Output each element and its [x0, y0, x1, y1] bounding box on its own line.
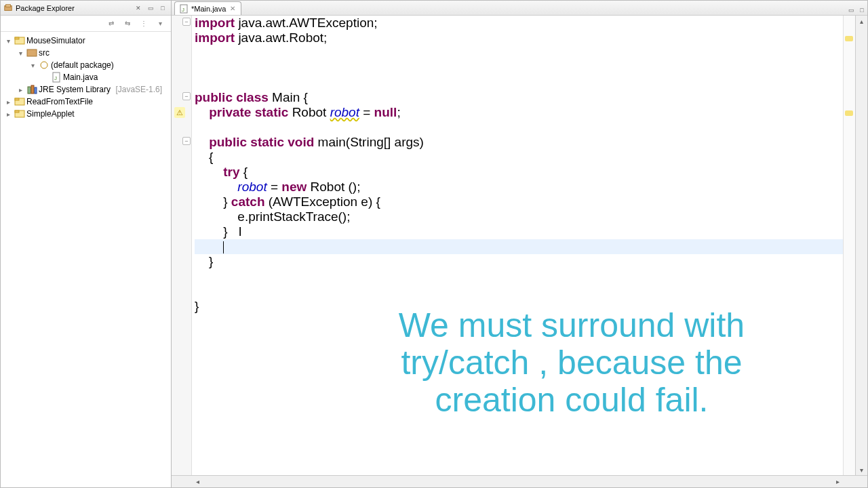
project-readfromtextfile[interactable]: ▸ ReadFromTextFile — [1, 96, 171, 108]
horizontal-scrollbar[interactable]: ◂ ▸ — [172, 475, 867, 487]
editor-body: − − ⚠ − import java.awt.AWTException;imp… — [172, 16, 867, 475]
scroll-up-button[interactable]: ▴ — [856, 16, 867, 26]
project-mousesimulator[interactable]: ▾ MouseSimulator — [1, 35, 171, 47]
jre-library[interactable]: ▸ JRE System Library [JavaSE-1.6] — [13, 83, 171, 96]
svg-rect-10 — [35, 87, 37, 94]
tab-bar: J *Main.java ✕ ▭ □ — [172, 1, 867, 16]
tab-label: *Main.java — [191, 5, 226, 13]
overview-warning-marker[interactable] — [845, 36, 853, 41]
project-label: MouseSimulator — [26, 36, 85, 45]
expand-icon[interactable]: ▸ — [3, 109, 13, 119]
default-package[interactable]: ▾ (default package) — [25, 59, 171, 71]
src-folder-icon — [26, 47, 37, 58]
expand-icon[interactable]: ▸ — [16, 85, 25, 94]
expand-icon[interactable]: ▾ — [28, 60, 37, 70]
fold-marker[interactable]: − — [182, 137, 191, 145]
link-editor-button[interactable]: ⇆ — [121, 17, 134, 30]
project-simpleapplet[interactable]: ▸ SimpleApplet — [1, 108, 171, 120]
file-main-java[interactable]: J Main.java — [37, 71, 171, 83]
project-label: SimpleApplet — [26, 109, 75, 119]
project-icon — [14, 35, 25, 46]
package-explorer-panel: Package Explorer ✕ ▭ □ ⇄ ⇆ ⋮ ▾ ▾ MouseSi… — [0, 0, 172, 488]
file-label: Main.java — [63, 73, 98, 82]
pkg-label: (default package) — [51, 60, 114, 70]
svg-rect-9 — [31, 85, 34, 94]
explorer-toolbar: ⇄ ⇆ ⋮ ▾ — [1, 16, 171, 32]
svg-rect-4 — [27, 49, 37, 56]
explorer-header: Package Explorer ✕ ▭ □ — [1, 1, 171, 16]
fold-marker[interactable]: − — [182, 18, 191, 26]
svg-rect-14 — [15, 110, 19, 113]
maximize-explorer-button[interactable]: □ — [157, 3, 168, 13]
overview-ruler[interactable] — [843, 16, 855, 475]
annotation-overlay: We must surround with try/catch , becaus… — [382, 307, 762, 419]
warning-marker[interactable]: ⚠ — [174, 107, 185, 118]
package-icon — [39, 60, 50, 70]
src-folder[interactable]: ▾ src — [13, 47, 171, 59]
collapse-all-button[interactable]: ⇄ — [104, 17, 118, 30]
expand-icon[interactable]: ▸ — [3, 97, 13, 106]
vertical-scrollbar[interactable]: ▴ ▾ — [855, 16, 867, 475]
view-menu-button[interactable]: ▾ — [153, 17, 167, 30]
close-explorer-button[interactable]: ✕ — [133, 3, 144, 13]
jre-label: JRE System Library — [39, 85, 111, 94]
text-cursor — [223, 241, 224, 253]
expand-icon[interactable]: ▾ — [16, 48, 25, 58]
project-tree: ▾ MouseSimulator ▾ src ▾ (default packag… — [1, 32, 171, 487]
spacer — [40, 73, 50, 82]
scroll-left-button[interactable]: ◂ — [192, 478, 203, 485]
svg-rect-12 — [15, 98, 19, 100]
minimize-editor-button[interactable]: ▭ — [846, 5, 856, 15]
svg-rect-8 — [28, 87, 31, 94]
code-area[interactable]: import java.awt.AWTException;import java… — [192, 16, 843, 475]
java-file-icon: J — [51, 72, 62, 83]
expand-icon[interactable]: ▾ — [3, 36, 13, 45]
svg-rect-3 — [15, 37, 19, 39]
java-file-icon: J — [179, 4, 189, 14]
gutter: − − ⚠ − — [172, 16, 192, 475]
library-icon — [26, 84, 37, 95]
project-label: ReadFromTextFile — [26, 97, 93, 106]
editor-panel: J *Main.java ✕ ▭ □ − − ⚠ − import java.a… — [172, 0, 868, 488]
svg-text:J: J — [54, 75, 57, 81]
overview-warning-marker[interactable] — [845, 110, 853, 116]
svg-point-5 — [41, 62, 47, 68]
filter-button[interactable]: ⋮ — [137, 17, 151, 30]
src-label: src — [39, 48, 50, 58]
minimize-explorer-button[interactable]: ▭ — [145, 3, 156, 13]
explorer-title: Package Explorer — [16, 4, 75, 12]
close-tab-button[interactable]: ✕ — [229, 5, 237, 12]
scroll-right-button[interactable]: ▸ — [832, 478, 843, 485]
project-icon — [14, 96, 25, 107]
package-explorer-icon — [3, 3, 13, 13]
fold-marker[interactable]: − — [182, 92, 191, 100]
jre-version: [JavaSE-1.6] — [115, 85, 162, 94]
project-icon — [14, 108, 25, 119]
svg-text:J: J — [182, 7, 184, 13]
scroll-down-button[interactable]: ▾ — [856, 464, 867, 475]
maximize-editor-button[interactable]: □ — [856, 5, 867, 15]
tab-main-java[interactable]: J *Main.java ✕ — [174, 1, 241, 15]
svg-rect-1 — [6, 4, 11, 7]
